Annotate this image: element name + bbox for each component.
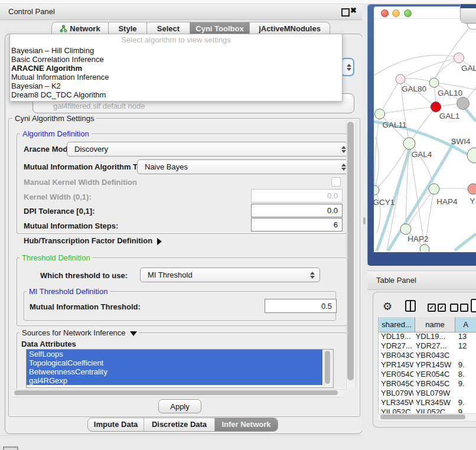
aracne-mode-combo[interactable]: Discovery (67, 142, 351, 156)
kernel-width-field[interactable]: 0.0 (251, 189, 343, 203)
dpi-tolerance-value: 0.0 (327, 206, 338, 215)
data-attribute-item[interactable]: BetweennessCentrality (27, 367, 322, 376)
node-label: Y (470, 197, 475, 206)
apply-button[interactable]: Apply (158, 399, 201, 413)
algorithm-popup-item[interactable]: Bayesian – K2 (10, 81, 342, 90)
mi-steps-field[interactable]: 6 (251, 218, 343, 231)
table-row[interactable]: YPR145WYPR145W9. (379, 360, 476, 370)
table-row[interactable]: YIL052CYIL052C9 (379, 407, 476, 413)
node-label: GCY1 (374, 198, 395, 207)
table-cell: YPR145W (379, 360, 413, 370)
zoom-traffic-light[interactable] (404, 9, 412, 17)
table-cell (451, 389, 476, 398)
network-edge[interactable] (400, 79, 434, 83)
table-row[interactable]: YDR27...YDR27...12 (379, 341, 476, 351)
table-row[interactable]: YBR045CYBR045C9. (379, 379, 476, 389)
network-node-swi4[interactable] (467, 148, 476, 163)
algorithm-popup-item[interactable]: Mutual Information Inference (10, 73, 342, 81)
network-node-gal1[interactable] (431, 102, 441, 112)
table-columns-icon[interactable] (405, 300, 416, 312)
table-cell: YDL19... (413, 332, 451, 341)
mi-type-combo[interactable]: Naive Bayes (137, 159, 351, 174)
table-function-icon[interactable] (471, 299, 476, 312)
hub-definition-toggle[interactable]: Hub/Transcription Factor Definition (24, 236, 162, 245)
deselect-all-checkboxes-icon[interactable] (450, 302, 470, 312)
table-cell: YPR145W (413, 360, 451, 370)
list-scrollbar-thumb[interactable] (325, 351, 330, 384)
algorithm-dropdown-popup: Select algorithm to view settings Bayesi… (9, 34, 343, 102)
network-node-hap4[interactable] (429, 184, 439, 194)
network-edge[interactable] (374, 55, 456, 76)
table-row[interactable]: YER054CYER054C8. (379, 370, 476, 379)
settings-vscrollbar-thumb[interactable] (347, 122, 354, 380)
data-attribute-item[interactable]: TopologicalCoefficient (27, 358, 322, 367)
table-row[interactable]: YDL19...YDL19...13 (379, 332, 476, 341)
node-label: SWI4 (451, 137, 470, 146)
table-row[interactable]: YLR345WYLR345W9. (379, 398, 476, 407)
table-settings-gear-icon[interactable]: ⚙ (383, 300, 392, 313)
network-node-gal4[interactable] (403, 138, 415, 149)
table-hscrollbar-thumb[interactable] (380, 415, 465, 419)
bottom-tab-impute-data[interactable]: Impute Data (88, 418, 144, 431)
algorithm-popup-item[interactable]: Bayesian – Hill Climbing (10, 46, 342, 55)
settings-hscrollbar-thumb[interactable] (14, 390, 338, 395)
minimize-traffic-light[interactable] (392, 9, 400, 17)
sources-title-toggle[interactable]: Sources for Network Inference (19, 328, 139, 337)
table-cell: YIL052C (379, 407, 413, 413)
network-edge-thick[interactable] (455, 234, 476, 250)
bottom-tab-discretize-data[interactable]: Discretize Data (144, 418, 215, 431)
float-window-icon[interactable] (341, 8, 350, 17)
network-edge-thick[interactable] (465, 109, 476, 121)
close-icon[interactable]: ✖ (350, 6, 357, 15)
column-header-A[interactable]: A (455, 317, 476, 332)
network-edge[interactable] (374, 190, 380, 233)
network-node-gal11[interactable] (375, 109, 385, 119)
table-cell: YER054C (413, 370, 451, 379)
algorithm-popup-placeholder: Select algorithm to view settings (10, 34, 342, 46)
data-attribute-item[interactable]: gal4RGexp (27, 376, 322, 385)
manual-kernel-checkbox[interactable] (331, 177, 341, 187)
node-label: GAL1 (439, 112, 460, 120)
network-canvas[interactable]: GAL7GAL80GAL10GAL1GAL11GAL4SWI4HAP4YGCY1… (374, 18, 476, 252)
table-cell: YIL052C (413, 407, 451, 413)
control-panel-title: Control Panel (8, 7, 55, 16)
table-row[interactable]: YBR043CYBR043C (379, 351, 476, 360)
network-edge[interactable] (400, 58, 459, 79)
network-node-gal10[interactable] (429, 78, 439, 87)
expand-right-icon[interactable] (157, 238, 162, 245)
network-node[interactable] (420, 244, 429, 252)
table-row[interactable]: YBL079WYBL079W (379, 389, 476, 398)
network-edge[interactable] (380, 79, 400, 114)
collapse-down-icon[interactable] (130, 331, 137, 336)
table-cell: YER054C (379, 370, 413, 379)
column-header-name[interactable]: name (415, 317, 455, 332)
minimized-panel-tab[interactable] (3, 446, 18, 450)
data-attribute-item[interactable]: SelfLoops (27, 350, 322, 358)
panel-bottom-divider (0, 435, 362, 436)
which-threshold-combo[interactable]: MI Threshold (140, 268, 320, 282)
aracne-mode-value: Discovery (74, 145, 108, 154)
close-traffic-light[interactable] (381, 9, 389, 17)
network-edge[interactable] (406, 189, 434, 229)
network-node-y[interactable] (468, 184, 476, 194)
dpi-tolerance-field[interactable]: 0.0 (251, 204, 343, 217)
algorithm-popup-item[interactable]: Dream8 DC_TDC Algorithm (10, 90, 342, 99)
spinner-arrows-icon (309, 272, 315, 279)
network-node-hap2[interactable] (400, 224, 411, 234)
algorithm-popup-item[interactable]: Basic Correlation Inference (10, 55, 342, 64)
splitpane-handle[interactable] (363, 217, 366, 224)
covered-combo-spinner[interactable] (341, 58, 354, 76)
mi-threshold-field[interactable]: 0.5 (265, 299, 337, 313)
network-node-gal80[interactable] (396, 74, 405, 84)
mi-steps-value: 6 (334, 220, 338, 229)
bottom-tab-infer-network[interactable]: Infer Network (215, 418, 278, 431)
network-edge[interactable] (380, 107, 436, 114)
algorithm-popup-item[interactable]: ARACNE Algorithm (10, 64, 342, 73)
select-all-checkboxes-icon[interactable]: ✓✓ (428, 302, 448, 312)
network-node-gal7[interactable] (454, 53, 464, 63)
network-node[interactable] (457, 97, 470, 110)
column-header-shared[interactable]: shared... (379, 317, 415, 332)
mi-steps-label: Mutual Information Steps: (24, 221, 118, 230)
checked-box-icon: ✓ (438, 304, 446, 312)
splitpane-divider[interactable] (362, 4, 367, 450)
